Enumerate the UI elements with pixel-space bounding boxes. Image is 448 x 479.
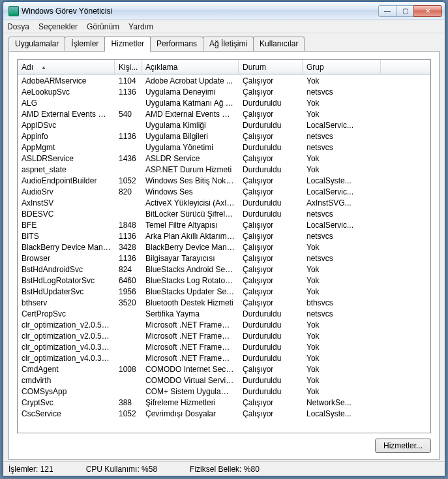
table-row[interactable]: BITS1136Arka Plan Akıllı Aktarım H...Çal…: [18, 230, 430, 241]
cell-group: Yok: [303, 387, 381, 396]
cell-group: Yok: [303, 376, 381, 385]
table-row[interactable]: AudioSrv820Windows SesÇalışıyorLocalServ…: [18, 186, 430, 197]
cell-status: Durduruldu: [239, 376, 303, 385]
tab-strip: Uygulamalar İşlemler Hizmetler Performan…: [8, 36, 440, 51]
menu-options[interactable]: Seçenekler: [38, 22, 78, 31]
window-buttons: — ▢ ✕: [379, 5, 442, 17]
table-row[interactable]: AeLookupSvc1136Uygulama DeneyimiÇalışıyo…: [18, 86, 430, 97]
cell-pid: 1008: [115, 365, 142, 374]
maximize-button[interactable]: ▢: [396, 5, 414, 17]
cell-desc: Temel Filtre Altyapısı: [142, 221, 239, 230]
table-row[interactable]: Appinfo1136Uygulama BilgileriÇalışıyorne…: [18, 131, 430, 142]
table-row[interactable]: BstHdAndroidSvc824BlueStacks Android Ser…: [18, 264, 430, 275]
cell-desc: Çevrimdışı Dosyalar: [142, 409, 239, 418]
status-cpu: CPU Kullanımı: %58: [86, 465, 157, 474]
close-button[interactable]: ✕: [413, 5, 442, 17]
table-row[interactable]: COMSysAppCOM+ Sistem UygulamasıDurduruld…: [18, 386, 430, 397]
table-row[interactable]: clr_optimization_v4.0.303...Microsoft .N…: [18, 341, 430, 352]
cell-name: AudioEndpointBuilder: [18, 176, 115, 185]
window-title: Windows Görev Yöneticisi: [22, 7, 379, 16]
col-desc[interactable]: Açıklama: [142, 60, 239, 74]
menu-help[interactable]: Yardım: [128, 22, 153, 31]
cell-status: Durduruldu: [239, 343, 303, 352]
table-row[interactable]: AxInstSVActiveX Yükleyicisi (AxIn...Durd…: [18, 197, 430, 208]
table-row[interactable]: BstHdUpdaterSvc1956BlueStacks Updater Se…: [18, 286, 430, 297]
table-row[interactable]: bthserv3520Bluetooth Destek HizmetiÇalış…: [18, 297, 430, 308]
table-row[interactable]: AdobeARMservice1104Adobe Acrobat Update …: [18, 75, 430, 86]
table-row[interactable]: clr_optimization_v2.0.507...Microsoft .N…: [18, 330, 430, 341]
content-area: Uygulamalar İşlemler Hizmetler Performan…: [3, 33, 445, 461]
task-manager-window: Windows Görev Yöneticisi — ▢ ✕ Dosya Seç…: [3, 1, 445, 476]
services-listview: Adı Kişi... Açıklama Durum Grup AdobeARM…: [17, 59, 431, 433]
cell-name: BDESVC: [18, 209, 115, 219]
table-row[interactable]: clr_optimization_v4.0.303...Microsoft .N…: [18, 352, 430, 363]
cell-name: CscService: [18, 409, 115, 418]
col-name[interactable]: Adı: [18, 60, 115, 74]
cell-status: Durduruldu: [239, 309, 303, 318]
tab-users[interactable]: Kullanıcılar: [253, 37, 305, 51]
menu-file[interactable]: Dosya: [7, 22, 29, 31]
col-group[interactable]: Grup: [303, 60, 381, 74]
services-list-body[interactable]: AdobeARMservice1104Adobe Acrobat Update …: [18, 75, 430, 433]
col-pid[interactable]: Kişi...: [115, 60, 142, 74]
cell-desc: COMODO Virtual Service...: [142, 376, 239, 385]
cell-name: AppIDSvc: [18, 121, 115, 130]
table-row[interactable]: CscService1052Çevrimdışı DosyalarÇalışıy…: [18, 408, 430, 419]
table-row[interactable]: AudioEndpointBuilder1052Windows Ses Biti…: [18, 175, 430, 186]
table-row[interactable]: AppIDSvcUygulama KimliğiDurdurulduLocalS…: [18, 119, 430, 131]
cell-name: Appinfo: [18, 132, 115, 141]
cell-pid: 3428: [115, 243, 142, 252]
table-row[interactable]: AppMgmtUygulama YönetimiDurduruldunetsvc…: [18, 142, 430, 153]
cell-status: Çalışıyor: [239, 87, 303, 97]
cell-name: CertPropSvc: [18, 309, 115, 318]
cell-name: clr_optimization_v2.0.507...: [18, 320, 115, 330]
cell-status: Çalışıyor: [239, 365, 303, 374]
col-status[interactable]: Durum: [239, 60, 303, 74]
tab-applications[interactable]: Uygulamalar: [8, 37, 65, 51]
cell-pid: 1956: [115, 287, 142, 296]
table-row[interactable]: aspnet_stateASP.NET Durum HizmetiDurduru…: [18, 164, 430, 175]
table-row[interactable]: Browser1136Bilgisayar TarayıcısıÇalışıyo…: [18, 253, 430, 264]
table-row[interactable]: BDESVCBitLocker Sürücü Şifrele...Durduru…: [18, 208, 430, 219]
cell-group: bthsvcs: [303, 298, 381, 307]
table-row[interactable]: BFE1848Temel Filtre AltyapısıÇalışıyorLo…: [18, 219, 430, 230]
cell-group: netsvcs: [303, 209, 381, 219]
cell-status: Çalışıyor: [239, 409, 303, 418]
table-row[interactable]: clr_optimization_v2.0.507...Microsoft .N…: [18, 319, 430, 330]
minimize-button[interactable]: —: [378, 5, 396, 17]
services-button[interactable]: Hizmetler...: [375, 439, 431, 453]
tab-services[interactable]: Hizmetler: [104, 36, 151, 52]
table-row[interactable]: CryptSvc388Şifreleme HizmetleriÇalışıyor…: [18, 397, 430, 408]
tab-networking[interactable]: Ağ İletişimi: [203, 37, 254, 51]
menu-view[interactable]: Görünüm: [87, 22, 119, 31]
table-row[interactable]: BlackBerry Device Manager3428BlackBerry …: [18, 241, 430, 253]
tab-processes[interactable]: İşlemler: [65, 37, 105, 51]
table-row[interactable]: ASLDRService1436ASLDR ServiceÇalışıyorYo…: [18, 153, 430, 164]
cell-desc: Microsoft .NET Framewo...: [142, 343, 239, 352]
cell-group: LocalServic...: [303, 121, 381, 130]
table-row[interactable]: ALGUygulama Katmanı Ağ G...DurdurulduYok: [18, 97, 430, 108]
cell-desc: Uygulama Kimliği: [142, 121, 239, 130]
table-row[interactable]: CertPropSvcSertifika YaymaDurduruldunets…: [18, 308, 430, 319]
cell-pid: 1136: [115, 232, 142, 241]
cell-name: AppMgmt: [18, 143, 115, 152]
status-bar: İşlemler: 121 CPU Kullanımı: %58 Fizikse…: [3, 461, 445, 476]
cell-status: Çalışıyor: [239, 76, 303, 85]
cell-name: BlackBerry Device Manager: [18, 243, 115, 252]
cell-desc: COM+ Sistem Uygulaması: [142, 387, 239, 396]
cell-status: Durduruldu: [239, 320, 303, 330]
table-row[interactable]: CmdAgent1008COMODO Internet Secu...Çalış…: [18, 363, 430, 375]
cell-name: BstHdLogRotatorSvc: [18, 276, 115, 285]
cell-desc: Microsoft .NET Framewo...: [142, 332, 239, 341]
cell-group: Yok: [303, 320, 381, 330]
cell-name: Browser: [18, 254, 115, 263]
table-row[interactable]: AMD External Events Utility540AMD Extern…: [18, 108, 430, 119]
cell-group: netsvcs: [303, 254, 381, 263]
table-row[interactable]: cmdvirthCOMODO Virtual Service...Durduru…: [18, 375, 430, 386]
tab-performance[interactable]: Performans: [150, 37, 203, 51]
cell-desc: Sertifika Yayma: [142, 309, 239, 318]
cell-desc: Uygulama Katmanı Ağ G...: [142, 99, 239, 108]
table-row[interactable]: BstHdLogRotatorSvc6460BlueStacks Log Rot…: [18, 275, 430, 286]
cell-group: netsvcs: [303, 87, 381, 97]
titlebar[interactable]: Windows Görev Yöneticisi — ▢ ✕: [3, 2, 445, 20]
